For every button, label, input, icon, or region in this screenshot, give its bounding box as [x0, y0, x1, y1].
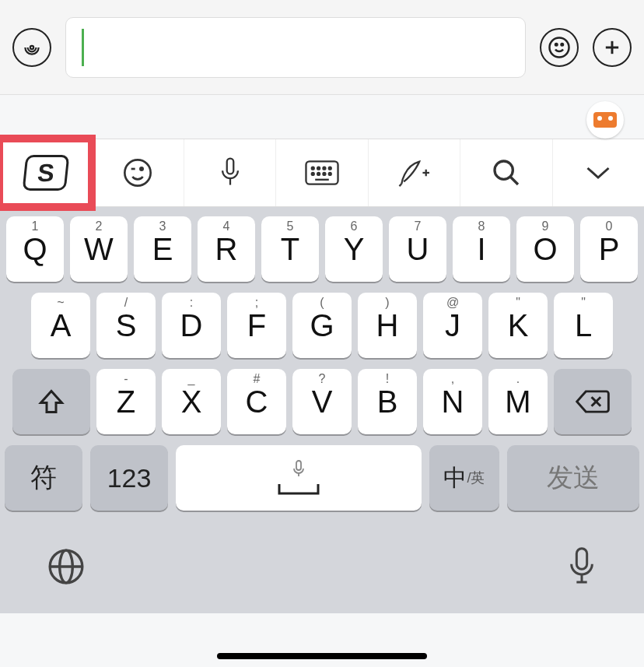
emoji-button[interactable]: [540, 28, 579, 67]
key-z[interactable]: -Z: [96, 369, 156, 434]
wink-face-icon: [122, 157, 153, 188]
send-key[interactable]: 发送: [507, 445, 639, 511]
key-l[interactable]: "L: [554, 293, 613, 358]
svg-point-11: [312, 167, 314, 170]
space-bracket-icon: [278, 483, 320, 497]
globe-button[interactable]: [47, 547, 86, 586]
key-s[interactable]: /S: [96, 293, 156, 358]
key-o[interactable]: 9O: [516, 216, 574, 282]
svg-point-3: [562, 44, 564, 46]
toolbar-handwriting-button[interactable]: [369, 139, 460, 206]
svg-point-7: [140, 167, 142, 170]
svg-point-6: [124, 160, 150, 185]
microphone-icon: [217, 156, 243, 190]
soft-keyboard: 1Q 2W 3E 4R 5T 6Y 7U 8I 9O 0P ~A /S :D ;…: [0, 207, 644, 520]
key-row-2: ~A /S :D ;F (G )H @J "K "L: [5, 293, 639, 358]
svg-point-18: [329, 173, 331, 175]
key-h[interactable]: )H: [358, 293, 417, 358]
sogou-s-icon: S: [22, 155, 69, 191]
language-toggle-key[interactable]: 中/英: [429, 445, 499, 511]
key-n[interactable]: ,N: [423, 369, 482, 434]
svg-rect-10: [306, 161, 338, 184]
svg-line-23: [510, 177, 518, 184]
numbers-key[interactable]: 123: [90, 445, 168, 511]
svg-rect-26: [296, 461, 301, 470]
system-bottom-bar: [0, 520, 644, 613]
key-b[interactable]: !B: [358, 369, 417, 434]
key-w[interactable]: 2W: [70, 216, 128, 282]
svg-point-17: [323, 173, 325, 175]
message-input[interactable]: [65, 17, 526, 78]
svg-point-14: [329, 167, 331, 170]
backspace-icon: [576, 389, 610, 414]
home-indicator[interactable]: [217, 653, 427, 659]
key-f[interactable]: ;F: [227, 293, 286, 358]
key-a[interactable]: ~A: [31, 293, 90, 358]
microphone-small-icon: [289, 459, 308, 483]
key-g[interactable]: (G: [292, 293, 352, 358]
svg-point-16: [317, 173, 320, 175]
key-r[interactable]: 4R: [198, 216, 255, 282]
key-x[interactable]: _X: [162, 369, 221, 434]
plus-button[interactable]: [593, 28, 632, 67]
backspace-key[interactable]: [554, 369, 632, 434]
search-icon: [491, 157, 522, 188]
key-row-3: -Z _X #C ?V !B ,N .M: [5, 369, 639, 434]
suggestion-strip: [0, 95, 644, 139]
globe-icon: [47, 547, 86, 586]
key-row-4: 符 123 中/英 发送: [5, 445, 639, 511]
keyboard-toolbar: S: [0, 139, 644, 207]
key-y[interactable]: 6Y: [325, 216, 383, 282]
microphone-icon: [566, 546, 597, 588]
space-key[interactable]: [176, 445, 422, 511]
svg-point-2: [555, 44, 558, 46]
feather-plus-icon: [397, 157, 431, 188]
svg-point-1: [550, 37, 569, 57]
svg-rect-8: [226, 159, 233, 174]
shift-icon: [37, 388, 65, 416]
symbols-key[interactable]: 符: [5, 445, 82, 511]
key-p[interactable]: 0P: [580, 216, 638, 282]
svg-point-13: [323, 167, 325, 170]
dictation-button[interactable]: [566, 546, 597, 588]
key-c[interactable]: #C: [227, 369, 286, 434]
toolbar-emoji-button[interactable]: [92, 139, 184, 206]
key-j[interactable]: @J: [423, 293, 482, 358]
svg-point-12: [317, 167, 320, 170]
key-d[interactable]: :D: [162, 293, 221, 358]
sogou-logo-button[interactable]: S: [0, 139, 92, 206]
toolbar-collapse-button[interactable]: [553, 139, 644, 206]
lang-sub-label: /英: [467, 469, 485, 487]
lang-main-label: 中: [443, 462, 467, 494]
key-v[interactable]: ?V: [292, 369, 352, 434]
toolbar-keyboard-button[interactable]: [276, 139, 368, 206]
svg-rect-31: [576, 549, 586, 570]
key-i[interactable]: 8I: [453, 216, 510, 282]
voice-message-button[interactable]: [12, 28, 51, 67]
key-m[interactable]: .M: [488, 369, 548, 434]
chat-input-bar: [0, 0, 644, 95]
sticker-avatar[interactable]: [586, 101, 624, 139]
key-t[interactable]: 5T: [261, 216, 319, 282]
toolbar-voice-button[interactable]: [184, 139, 276, 206]
key-q[interactable]: 1Q: [6, 216, 64, 282]
toolbar-search-button[interactable]: [460, 139, 552, 206]
key-k[interactable]: "K: [488, 293, 548, 358]
svg-point-0: [30, 45, 33, 48]
key-row-1: 1Q 2W 3E 4R 5T 6Y 7U 8I 9O 0P: [5, 216, 639, 282]
svg-point-22: [495, 161, 513, 179]
svg-point-15: [312, 173, 314, 175]
key-e[interactable]: 3E: [134, 216, 191, 282]
keyboard-icon: [305, 160, 339, 186]
shift-key[interactable]: [12, 369, 90, 434]
key-u[interactable]: 7U: [389, 216, 446, 282]
text-cursor: [82, 29, 84, 66]
chevron-down-icon: [584, 163, 612, 182]
